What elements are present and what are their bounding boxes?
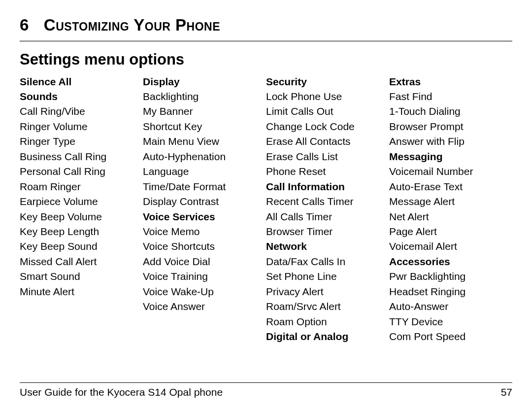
menu-item: Minute Alert <box>20 284 143 299</box>
menu-item: Language <box>143 164 266 179</box>
menu-item: Roam/Srvc Alert <box>266 299 389 314</box>
menu-item: Change Lock Code <box>266 119 389 134</box>
menu-item: Set Phone Line <box>266 269 389 284</box>
menu-item: Personal Call Ring <box>20 164 143 179</box>
settings-columns: Silence AllSoundsCall Ring/VibeRinger Vo… <box>20 74 512 344</box>
menu-heading: Display <box>143 74 266 89</box>
menu-item: Ringer Type <box>20 134 143 149</box>
menu-item: Auto-Answer <box>389 299 512 314</box>
footer-left: User Guide for the Kyocera S14 Opal phon… <box>20 385 223 399</box>
menu-heading: Network <box>266 239 389 254</box>
menu-item: Earpiece Volume <box>20 194 143 209</box>
menu-heading: Digital or Analog <box>266 329 389 344</box>
chapter-title: Customizing Your Phone <box>44 14 220 36</box>
menu-heading: Call Information <box>266 179 389 194</box>
menu-item: All Calls Timer <box>266 209 389 224</box>
settings-column: ExtrasFast Find1-Touch DialingBrowser Pr… <box>389 74 512 344</box>
menu-item: Message Alert <box>389 194 512 209</box>
menu-item: Erase Calls List <box>266 149 389 164</box>
settings-column: Silence AllSoundsCall Ring/VibeRinger Vo… <box>20 74 143 344</box>
menu-item: Lock Phone Use <box>266 89 389 104</box>
menu-item: Smart Sound <box>20 269 143 284</box>
menu-item: Call Ring/Vibe <box>20 104 143 119</box>
menu-item: Browser Prompt <box>389 119 512 134</box>
menu-item: Main Menu View <box>143 134 266 149</box>
page-footer: User Guide for the Kyocera S14 Opal phon… <box>20 382 512 399</box>
menu-item: Voicemail Number <box>389 164 512 179</box>
divider <box>20 40 512 42</box>
menu-item: Phone Reset <box>266 164 389 179</box>
menu-item: Voicemail Alert <box>389 239 512 254</box>
menu-item: Pwr Backlighting <box>389 269 512 284</box>
menu-heading: Silence All <box>20 74 143 89</box>
menu-item: Missed Call Alert <box>20 254 143 269</box>
menu-item: Recent Calls Timer <box>266 194 389 209</box>
menu-item: Key Beep Volume <box>20 209 143 224</box>
menu-item: Auto-Erase Text <box>389 179 512 194</box>
menu-item: Add Voice Dial <box>143 254 266 269</box>
menu-item: Voice Answer <box>143 299 266 314</box>
menu-item: Browser Timer <box>266 224 389 239</box>
menu-item: Ringer Volume <box>20 119 143 134</box>
chapter-heading: 6 Customizing Your Phone <box>20 14 512 36</box>
settings-column: DisplayBacklightingMy BannerShortcut Key… <box>143 74 266 344</box>
menu-item: My Banner <box>143 104 266 119</box>
menu-item: Key Beep Length <box>20 224 143 239</box>
settings-column: SecurityLock Phone UseLimit Calls OutCha… <box>266 74 389 344</box>
menu-item: Business Call Ring <box>20 149 143 164</box>
menu-item: Roam Option <box>266 314 389 329</box>
menu-item: Auto-Hyphenation <box>143 149 266 164</box>
menu-item: Backlighting <box>143 89 266 104</box>
menu-item: Key Beep Sound <box>20 239 143 254</box>
menu-item: Com Port Speed <box>389 329 512 344</box>
section-title: Settings menu options <box>20 49 512 70</box>
menu-item: Net Alert <box>389 209 512 224</box>
menu-heading: Accessories <box>389 254 512 269</box>
footer-right: 57 <box>501 385 512 399</box>
menu-item: Fast Find <box>389 89 512 104</box>
menu-item: Answer with Flip <box>389 134 512 149</box>
menu-heading: Messaging <box>389 149 512 164</box>
menu-item: Time/Date Format <box>143 179 266 194</box>
menu-item: Voice Memo <box>143 224 266 239</box>
menu-item: Voice Wake-Up <box>143 284 266 299</box>
menu-item: TTY Device <box>389 314 512 329</box>
menu-item: Data/Fax Calls In <box>266 254 389 269</box>
menu-item: Page Alert <box>389 224 512 239</box>
menu-item: Limit Calls Out <box>266 104 389 119</box>
menu-heading: Extras <box>389 74 512 89</box>
menu-item: Headset Ringing <box>389 284 512 299</box>
menu-item: Voice Shortcuts <box>143 239 266 254</box>
menu-item: Display Contrast <box>143 194 266 209</box>
chapter-number: 6 <box>20 14 29 36</box>
menu-heading: Security <box>266 74 389 89</box>
menu-item: Privacy Alert <box>266 284 389 299</box>
menu-item: Shortcut Key <box>143 119 266 134</box>
menu-heading: Voice Services <box>143 209 266 224</box>
menu-item: Voice Training <box>143 269 266 284</box>
menu-item: Erase All Contacts <box>266 134 389 149</box>
menu-item: Roam Ringer <box>20 179 143 194</box>
menu-heading: Sounds <box>20 89 143 104</box>
menu-item: 1-Touch Dialing <box>389 104 512 119</box>
